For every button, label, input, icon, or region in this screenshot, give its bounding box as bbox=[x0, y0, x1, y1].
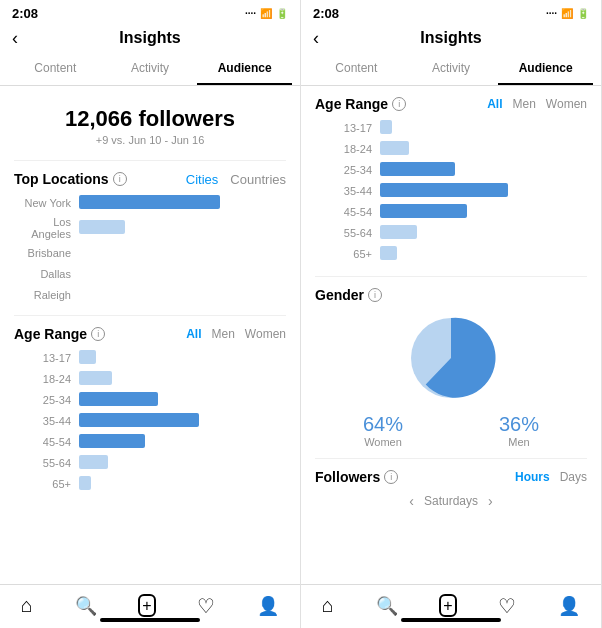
age-label-1824-right: 18-24 bbox=[315, 143, 380, 155]
status-bar-left: 2:08 ···· 📶 🔋 bbox=[0, 0, 300, 23]
back-button-left[interactable]: ‹ bbox=[12, 28, 18, 49]
followers-bottom-section: Followers i Hours Days ‹ Saturdays › bbox=[315, 469, 587, 509]
signal-icon: ···· bbox=[245, 8, 256, 19]
bar-label-losangeles: Los Angeles bbox=[14, 216, 79, 240]
age-bar-65plus-right bbox=[380, 246, 397, 260]
add-icon-left[interactable]: + bbox=[138, 594, 155, 617]
status-time-left: 2:08 bbox=[12, 6, 38, 21]
divider-1 bbox=[14, 315, 286, 316]
age-bar-4554-left bbox=[79, 434, 145, 448]
age-bar-1317-left bbox=[79, 350, 96, 364]
home-icon-right[interactable]: ⌂ bbox=[322, 594, 334, 617]
toggle-women-left[interactable]: Women bbox=[245, 327, 286, 341]
tab-content-left[interactable]: Content bbox=[8, 53, 103, 85]
battery-icon-right: 🔋 bbox=[577, 8, 589, 19]
age-label-2534-right: 25-34 bbox=[315, 164, 380, 176]
followers-info-icon[interactable]: i bbox=[384, 470, 398, 484]
age-label-4554-left: 45-54 bbox=[14, 436, 79, 448]
gender-info-icon[interactable]: i bbox=[368, 288, 382, 302]
followers-toggle: Hours Days bbox=[515, 470, 587, 484]
page-title-left: Insights bbox=[119, 29, 180, 47]
age-bar-2534-right bbox=[380, 162, 455, 176]
bar-newyork bbox=[79, 195, 220, 209]
gender-header: Gender i bbox=[315, 287, 587, 303]
heart-icon-right[interactable]: ♡ bbox=[498, 594, 516, 618]
header-right: ‹ Insights bbox=[301, 23, 601, 53]
home-indicator-right bbox=[401, 618, 501, 622]
age-bar-container-4554-right bbox=[380, 204, 587, 220]
age-label-1824-left: 18-24 bbox=[14, 373, 79, 385]
age-range-title-group-right: Age Range i bbox=[315, 96, 406, 112]
age-label-5564-right: 55-64 bbox=[315, 227, 380, 239]
bar-label-brisbane: Brisbane bbox=[14, 247, 79, 259]
age-range-info-icon-left[interactable]: i bbox=[91, 327, 105, 341]
bar-container-newyork bbox=[79, 195, 286, 211]
followers-hours-option[interactable]: Hours bbox=[515, 470, 550, 484]
age-bar-container-5564-left bbox=[79, 455, 286, 471]
age-bar-row-4554-right: 45-54 bbox=[315, 204, 587, 220]
gender-pie-chart bbox=[406, 313, 496, 403]
toggle-men-left[interactable]: Men bbox=[212, 327, 235, 341]
search-icon-left[interactable]: 🔍 bbox=[75, 595, 97, 617]
profile-icon-left[interactable]: 👤 bbox=[257, 595, 279, 617]
age-bar-row-1317-right: 13-17 bbox=[315, 120, 587, 136]
home-indicator-left bbox=[100, 618, 200, 622]
age-bar-container-3544-left bbox=[79, 413, 286, 429]
age-range-section-left: Age Range i All Men Women 13-17 18-2 bbox=[14, 326, 286, 492]
tabs-left: Content Activity Audience bbox=[0, 53, 300, 86]
home-icon-left[interactable]: ⌂ bbox=[21, 594, 33, 617]
age-bar-4554-right bbox=[380, 204, 467, 218]
age-label-65plus-right: 65+ bbox=[315, 248, 380, 260]
age-range-title-group-left: Age Range i bbox=[14, 326, 105, 342]
toggle-all-right[interactable]: All bbox=[487, 97, 502, 111]
toggle-men-right[interactable]: Men bbox=[513, 97, 536, 111]
tab-audience-left[interactable]: Audience bbox=[197, 53, 292, 85]
wifi-icon: 📶 bbox=[260, 8, 272, 19]
profile-icon-right[interactable]: 👤 bbox=[558, 595, 580, 617]
age-range-info-icon-right[interactable]: i bbox=[392, 97, 406, 111]
cities-toggle-option[interactable]: Cities bbox=[186, 172, 219, 187]
toggle-women-right[interactable]: Women bbox=[546, 97, 587, 111]
age-bar-3544-right bbox=[380, 183, 508, 197]
age-bar-container-2534-left bbox=[79, 392, 286, 408]
bar-row-losangeles: Los Angeles bbox=[14, 216, 286, 240]
women-label: Women bbox=[363, 436, 403, 448]
tab-activity-right[interactable]: Activity bbox=[404, 53, 499, 85]
age-bar-container-65plus-left bbox=[79, 476, 286, 492]
content-left: 12,066 followers +9 vs. Jun 10 - Jun 16 … bbox=[0, 86, 300, 580]
age-range-section-right: Age Range i All Men Women 13-17 18-2 bbox=[315, 96, 587, 262]
add-icon-right[interactable]: + bbox=[439, 594, 456, 617]
age-bar-row-3544-left: 35-44 bbox=[14, 413, 286, 429]
age-bar-row-1824-left: 18-24 bbox=[14, 371, 286, 387]
toggle-all-left[interactable]: All bbox=[186, 327, 201, 341]
age-range-chart-right: 13-17 18-24 25-34 bbox=[315, 120, 587, 262]
gender-women-stat: 64% Women bbox=[363, 413, 403, 448]
heart-icon-left[interactable]: ♡ bbox=[197, 594, 215, 618]
age-bar-container-5564-right bbox=[380, 225, 587, 241]
back-button-right[interactable]: ‹ bbox=[313, 28, 319, 49]
countries-toggle-option[interactable]: Countries bbox=[230, 172, 286, 187]
top-locations-info-icon[interactable]: i bbox=[113, 172, 127, 186]
next-day-arrow[interactable]: › bbox=[488, 493, 493, 509]
followers-days-option[interactable]: Days bbox=[560, 470, 587, 484]
pie-chart-container bbox=[315, 313, 587, 403]
age-label-1317-left: 13-17 bbox=[14, 352, 79, 364]
top-locations-title: Top Locations bbox=[14, 171, 109, 187]
tab-audience-right[interactable]: Audience bbox=[498, 53, 593, 85]
prev-day-arrow[interactable]: ‹ bbox=[409, 493, 414, 509]
status-time-right: 2:08 bbox=[313, 6, 339, 21]
bar-row-raleigh: Raleigh bbox=[14, 287, 286, 303]
age-range-header-right: Age Range i All Men Women bbox=[315, 96, 587, 112]
age-label-3544-left: 35-44 bbox=[14, 415, 79, 427]
age-bar-container-1317-right bbox=[380, 120, 587, 136]
bar-container-raleigh bbox=[79, 287, 286, 303]
age-bar-row-2534-left: 25-34 bbox=[14, 392, 286, 408]
age-range-toggle-left: All Men Women bbox=[186, 327, 286, 341]
tab-activity-left[interactable]: Activity bbox=[103, 53, 198, 85]
age-bar-row-2534-right: 25-34 bbox=[315, 162, 587, 178]
age-bar-row-5564-left: 55-64 bbox=[14, 455, 286, 471]
day-label: Saturdays bbox=[424, 494, 478, 508]
search-icon-right[interactable]: 🔍 bbox=[376, 595, 398, 617]
age-bar-2534-left bbox=[79, 392, 158, 406]
tab-content-right[interactable]: Content bbox=[309, 53, 404, 85]
